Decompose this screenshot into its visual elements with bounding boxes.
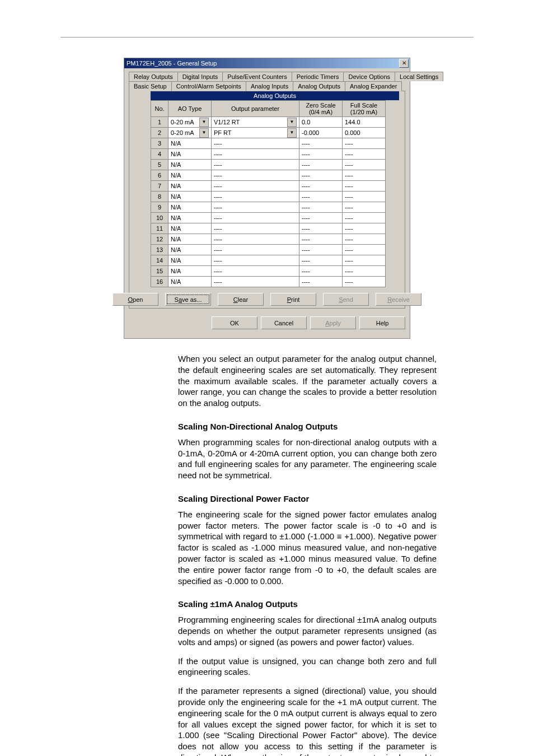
- cell-output-parameter: ----: [212, 192, 299, 202]
- cell-zero-scale[interactable]: ----: [299, 138, 343, 149]
- cell-zero-scale[interactable]: ----: [299, 181, 343, 192]
- table-row: 5N/A------------: [151, 160, 386, 170]
- dialog-titlebar: PM172EH_2005 - General Setup ✕: [124, 58, 410, 68]
- cell-full-scale[interactable]: ----: [343, 255, 386, 266]
- cell-zero-scale[interactable]: ----: [299, 255, 343, 266]
- cell-ao-type[interactable]: 0-20 mA▼: [168, 117, 212, 128]
- cell-output-parameter: ----: [212, 160, 299, 170]
- table-row: 11N/A------------: [151, 223, 386, 234]
- cell-zero-scale[interactable]: -0.000: [299, 128, 343, 138]
- cancel-button[interactable]: Cancel: [261, 316, 307, 329]
- cell-zero-scale[interactable]: ----: [299, 170, 343, 181]
- dialog-title: PM172EH_2005 - General Setup: [127, 58, 217, 68]
- cell-no: 8: [151, 192, 168, 202]
- col-output-parameter: Output parameter: [212, 101, 299, 117]
- chevron-down-icon[interactable]: ▼: [287, 128, 297, 138]
- cell-zero-scale[interactable]: ----: [299, 160, 343, 170]
- table-row: 12N/A------------: [151, 234, 386, 245]
- table-row: 8N/A------------: [151, 192, 386, 202]
- tab-device-options[interactable]: Device Options: [343, 72, 395, 81]
- col-zero-scale: Zero Scale (0/4 mA): [299, 101, 343, 117]
- receive-button: Receive: [376, 293, 421, 306]
- cell-full-scale[interactable]: ----: [343, 149, 386, 160]
- cell-output-parameter: ----: [212, 181, 299, 192]
- cell-zero-scale[interactable]: ----: [299, 213, 343, 223]
- cell-full-scale[interactable]: ----: [343, 170, 386, 181]
- table-row: 10N/A------------: [151, 213, 386, 223]
- tab-pulse-event-counters[interactable]: Pulse/Event Counters: [222, 72, 292, 81]
- close-icon[interactable]: ✕: [399, 59, 409, 68]
- paragraph-1ma-2: If the output value is unsigned, you can…: [178, 656, 437, 678]
- cell-zero-scale[interactable]: ----: [299, 192, 343, 202]
- tab-local-settings[interactable]: Local Settings: [395, 72, 443, 81]
- cell-full-scale[interactable]: ----: [343, 138, 386, 149]
- chevron-down-icon[interactable]: ▼: [287, 118, 297, 127]
- table-row: 4N/A------------: [151, 149, 386, 160]
- ok-button[interactable]: OK: [212, 316, 257, 329]
- cell-no: 15: [151, 266, 168, 277]
- table-row: 9N/A------------: [151, 202, 386, 213]
- cell-full-scale[interactable]: ----: [343, 181, 386, 192]
- table-title: Analog Outputs: [151, 91, 399, 100]
- cell-ao-type[interactable]: 0-20 mA▼: [168, 128, 212, 138]
- cell-no: 13: [151, 245, 168, 255]
- chevron-down-icon[interactable]: ▼: [199, 128, 209, 138]
- apply-button: Apply: [310, 316, 356, 329]
- cell-full-scale[interactable]: ----: [343, 277, 386, 287]
- cell-ao-type: N/A: [168, 255, 212, 266]
- cell-no: 12: [151, 234, 168, 245]
- cell-output-parameter[interactable]: V1/12 RT▼: [212, 117, 299, 128]
- cell-zero-scale[interactable]: ----: [299, 149, 343, 160]
- cell-zero-scale[interactable]: ----: [299, 223, 343, 234]
- cell-zero-scale[interactable]: ----: [299, 234, 343, 245]
- cell-full-scale[interactable]: ----: [343, 245, 386, 255]
- print-button[interactable]: Print: [270, 293, 316, 306]
- cell-zero-scale[interactable]: ----: [299, 277, 343, 287]
- tab-digital-inputs[interactable]: Digital Inputs: [177, 72, 223, 81]
- tab-analog-expander[interactable]: Analog Expander: [345, 81, 402, 91]
- cell-output-parameter: ----: [212, 223, 299, 234]
- chevron-down-icon[interactable]: ▼: [199, 118, 209, 127]
- tab-panel: Analog Outputs No. AO Type Output parame…: [129, 91, 405, 309]
- cell-full-scale[interactable]: 144.0: [343, 117, 386, 128]
- tab-row-2: Basic Setup Control/Alarm Setpoints Anal…: [129, 81, 405, 91]
- cell-full-scale[interactable]: 0.000: [343, 128, 386, 138]
- cell-no: 16: [151, 277, 168, 287]
- cell-full-scale[interactable]: ----: [343, 160, 386, 170]
- cell-output-parameter: ----: [212, 266, 299, 277]
- tab-control-alarm-setpoints[interactable]: Control/Alarm Setpoints: [171, 81, 246, 91]
- cell-output-parameter: ----: [212, 234, 299, 245]
- cell-output-parameter: ----: [212, 149, 299, 160]
- cell-zero-scale[interactable]: ----: [299, 202, 343, 213]
- cell-ao-type: N/A: [168, 245, 212, 255]
- table-row: 13N/A------------: [151, 245, 386, 255]
- cell-full-scale[interactable]: ----: [343, 202, 386, 213]
- cell-full-scale[interactable]: ----: [343, 192, 386, 202]
- open-button[interactable]: Open: [113, 293, 158, 306]
- cell-output-parameter[interactable]: PF RT▼: [212, 128, 299, 138]
- analog-outputs-table: No. AO Type Output parameter Zero Scale …: [151, 100, 386, 287]
- cell-full-scale[interactable]: ----: [343, 234, 386, 245]
- cell-no: 5: [151, 160, 168, 170]
- save-as-button[interactable]: Save as...: [165, 293, 211, 306]
- cell-ao-type: N/A: [168, 192, 212, 202]
- cell-full-scale[interactable]: ----: [343, 213, 386, 223]
- clear-button[interactable]: Clear: [218, 293, 264, 306]
- tab-analog-outputs[interactable]: Analog Outputs: [293, 81, 345, 91]
- cell-full-scale[interactable]: ----: [343, 223, 386, 234]
- help-button[interactable]: Help: [359, 316, 405, 329]
- cell-zero-scale[interactable]: ----: [299, 245, 343, 255]
- heading-power-factor: Scaling Directional Power Factor: [178, 493, 437, 505]
- cell-output-parameter: ----: [212, 245, 299, 255]
- cell-no: 9: [151, 202, 168, 213]
- cell-no: 6: [151, 170, 168, 181]
- tab-relay-outputs[interactable]: Relay Outputs: [129, 72, 178, 81]
- cell-zero-scale[interactable]: ----: [299, 266, 343, 277]
- table-row: 20-20 mA▼PF RT▼-0.0000.000: [151, 128, 386, 138]
- cell-zero-scale[interactable]: 0.0: [299, 117, 343, 128]
- cell-full-scale[interactable]: ----: [343, 266, 386, 277]
- tab-analog-inputs[interactable]: Analog Inputs: [246, 81, 293, 91]
- tab-periodic-timers[interactable]: Periodic Timers: [292, 72, 344, 81]
- tab-basic-setup[interactable]: Basic Setup: [129, 81, 172, 91]
- top-rule: [60, 37, 474, 38]
